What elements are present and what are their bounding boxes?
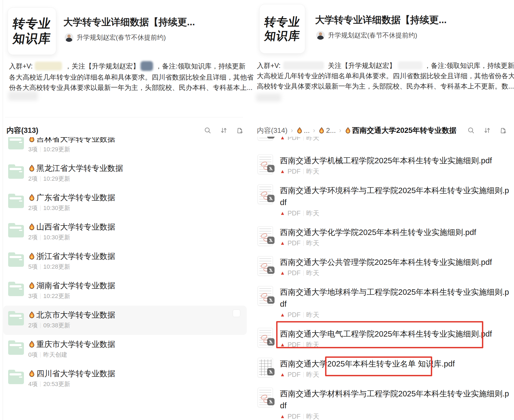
- breadcrumb-root[interactable]: 内容(314): [257, 126, 288, 135]
- file-title: 西南交通大学地球科学与工程学院2025年本科生转专业实施细则.pdf: [280, 286, 511, 310]
- file-type-label: PDF: [288, 269, 301, 277]
- file-meta: ▲ PDF 昨天: [280, 210, 511, 217]
- meta-separator: [40, 323, 41, 328]
- folder-title: 山西省大学转专业数据: [28, 222, 115, 231]
- breadcrumb-folder-1[interactable]: ...: [296, 126, 310, 135]
- folder-row[interactable]: 北京市大学转专业数据 2项 09:38更新: [3, 306, 247, 335]
- redacted-wechat-id: [283, 61, 324, 70]
- meta-separator: [303, 270, 304, 276]
- folder-item-count: 2项: [28, 204, 38, 212]
- folder-meta: 3项 10:22更新: [28, 292, 115, 300]
- desc-line2: 各大高校近几年转专业的详细名单和具体要求。四川省数据比较全且详细，其他省: [9, 72, 254, 82]
- pdf-icon: ▲: [280, 413, 285, 420]
- folder-update-time: 09:38更新: [43, 321, 70, 330]
- file-title: 西南交通大学化学学院2025年本科生转专业实施细则.pdf: [280, 226, 511, 238]
- folder-row[interactable]: 黑龙江省大学转专业数据 2项 10:29更新: [3, 159, 247, 188]
- fire-icon: [28, 282, 35, 289]
- search-icon[interactable]: [467, 127, 475, 134]
- file-row[interactable]: 西南交通大学环境科学与工程学院2025年本科生转专业实施细则.pdf ▲ PDF…: [256, 184, 514, 217]
- kb-owner[interactable]: 升学规划赵宏(春节不休提前约): [65, 33, 166, 42]
- folder-icon: [8, 252, 24, 267]
- sort-icon[interactable]: [220, 127, 228, 134]
- kb-title[interactable]: 大学转专业详细数据【持续更...: [63, 16, 195, 29]
- file-type-label: PDF: [288, 137, 301, 142]
- file-row[interactable]: 西南交通大学公共管理学院2025年本科生转专业实施细则.pdf ▲ PDF 昨天: [256, 256, 514, 276]
- download-disabled-icon: [267, 296, 275, 304]
- folder-item-count: 0项: [28, 351, 38, 359]
- breadcrumb-current[interactable]: 西南交通大学2025年转专业数据: [345, 126, 457, 135]
- pdf-thumbnail: [258, 226, 273, 246]
- folder-meta: 4项 20:53更新: [28, 380, 115, 388]
- file-meta: ▲ PDF 昨天: [280, 168, 511, 175]
- download-disabled-icon: [267, 137, 275, 139]
- folder-meta: 3项 10:29更新: [28, 145, 115, 153]
- fire-icon: [345, 127, 351, 134]
- file-row[interactable]: 西南交通大学2025年本科生转专业名单 知识库.pdf ▲ PDF 昨天: [256, 358, 514, 378]
- file-time: 昨天: [306, 370, 319, 379]
- folder-item-count: 2项: [28, 233, 38, 242]
- file-row[interactable]: 西南交通大学化学学院2025年本科生转专业实施细则.pdf ▲ PDF 昨天: [256, 226, 514, 246]
- file-row[interactable]: 西南交通大学材料科学与工程学院2025年本科生转专业实施细则.pdf ▲ PDF…: [256, 388, 514, 420]
- section-divider: [5, 117, 243, 117]
- folder-row[interactable]: 山西省大学转专业数据 2项 10:30更新: [3, 218, 247, 247]
- search-icon[interactable]: [204, 127, 211, 134]
- owner-avatar: [65, 33, 73, 42]
- owner-name: 升学规划赵宏(春节不休提前约): [328, 31, 417, 40]
- fire-icon: [28, 341, 35, 348]
- desc-line3: 高校转专业具体要求以最新一年为主，头部院校、民办本科、专科基本上不更新。数...: [257, 81, 514, 91]
- folder-update-time: 10:28更新: [43, 263, 70, 271]
- folder-checkbox[interactable]: [233, 309, 240, 317]
- folder-update-time: 10:30更新: [43, 204, 70, 212]
- file-meta: ▲ PDF 昨天: [280, 270, 511, 276]
- file-type-label: PDF: [288, 341, 301, 349]
- pdf-thumbnail: [258, 286, 273, 306]
- meta-separator: [40, 147, 41, 152]
- new-page-icon[interactable]: [499, 127, 507, 134]
- folder-name: 吉林省大学转专业数据: [36, 137, 115, 143]
- sort-icon[interactable]: [483, 127, 491, 134]
- folder-row[interactable]: 广东省大学转专业数据 2项 10:30更新: [3, 188, 247, 218]
- desc-line2: 大高校近几年转专业的详细名单和具体要求。四川省数据比较全且详细，其他省份各大: [257, 71, 514, 81]
- meta-separator: [40, 205, 41, 211]
- new-page-icon[interactable]: [236, 127, 244, 134]
- folder-item-count: 3项: [28, 145, 38, 153]
- file-row[interactable]: 西南交通大学机械工程学院2025年本科生转专业实施细则.pdf ▲ PDF 昨天: [256, 155, 514, 175]
- meta-separator: [303, 137, 304, 140]
- file-type-label: PDF: [288, 413, 301, 420]
- file-row[interactable]: ▲ PDF 昨天: [256, 137, 514, 141]
- panel-folder-browser: 转专业 知识库 大学转专业详细数据【持续更... 升学规划赵宏(春节不休提前约)…: [3, 0, 247, 420]
- pdf-icon: ▲: [280, 137, 285, 141]
- folder-row[interactable]: 吉林省大学转专业数据 3项 10:29更新: [3, 137, 247, 159]
- meta-separator: [303, 240, 304, 246]
- file-title: 西南交通大学电气工程学院2025年本科生转专业实施细则.pdf: [280, 328, 511, 340]
- window-edge-line: [3, 0, 3, 420]
- fire-icon: [28, 311, 35, 318]
- download-disabled-icon: [267, 368, 275, 375]
- file-row[interactable]: 西南交通大学电气工程学院2025年本科生转专业实施细则.pdf ▲ PDF 昨天: [256, 328, 514, 348]
- breadcrumb: 内容(314) › ... › 2... › 西南交通大学2025年转专业数据: [257, 126, 457, 135]
- pdf-thumbnail: [258, 328, 273, 347]
- file-type-label: PDF: [288, 311, 301, 319]
- folder-title: 四川省大学转专业数据: [28, 369, 115, 378]
- folder-name: 浙江省大学转专业数据: [36, 252, 115, 261]
- pdf-icon: ▲: [280, 168, 285, 175]
- folder-item-count: 2项: [28, 321, 38, 330]
- breadcrumb-folder-2[interactable]: 2...: [318, 126, 336, 135]
- fire-icon: [28, 223, 35, 230]
- folder-row[interactable]: 四川省大学转专业数据 4项 20:53更新: [3, 364, 247, 394]
- fire-icon: [296, 127, 303, 134]
- meta-separator: [40, 352, 41, 358]
- folder-name: 重庆市大学转专业数据: [36, 340, 115, 349]
- folder-row[interactable]: 浙江省大学转专业数据 5项 10:28更新: [3, 247, 247, 276]
- meta-separator: [303, 312, 304, 318]
- folder-item-count: 3项: [28, 292, 38, 300]
- file-row[interactable]: 西南交通大学地球科学与工程学院2025年本科生转专业实施细则.pdf ▲ PDF…: [256, 286, 514, 318]
- folder-list: 吉林省大学转专业数据 3项 10:29更新 黑龙江省大学转专业数据: [3, 137, 247, 420]
- folder-item-count: 5项: [28, 263, 38, 271]
- kb-owner[interactable]: 升学规划赵宏(春节不休提前约): [316, 31, 417, 40]
- folder-name: 广东省大学转专业数据: [36, 193, 115, 202]
- kb-logo-line2: 知识库: [12, 31, 52, 46]
- kb-title[interactable]: 大学转专业详细数据【持续更...: [315, 14, 447, 26]
- folder-row[interactable]: 重庆市大学转专业数据 0项 昨天创建: [3, 335, 247, 364]
- folder-row[interactable]: 湖南省大学转专业数据 3项 10:22更新: [3, 276, 247, 306]
